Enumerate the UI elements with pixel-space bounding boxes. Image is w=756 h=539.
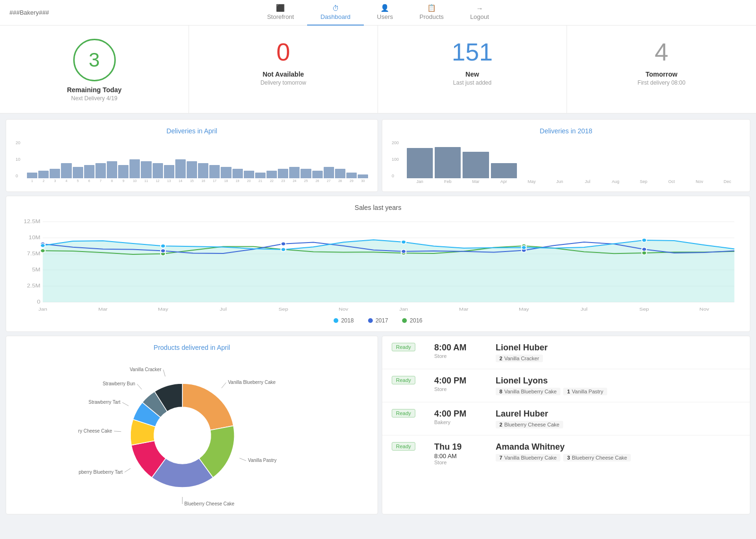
- svg-text:Jan: Jan: [399, 307, 408, 312]
- stat-new: 151 New Last just added: [378, 26, 567, 113]
- svg-point-29: [642, 238, 646, 242]
- nav-storefront[interactable]: ⬛ Storefront: [254, 0, 307, 26]
- svg-text:12.5M: 12.5M: [24, 219, 41, 224]
- svg-text:May: May: [519, 307, 530, 312]
- legend-2017: 2017: [368, 317, 388, 324]
- delivery-time: 4:00 PM: [434, 409, 491, 419]
- logout-icon: →: [476, 4, 483, 12]
- stat-tomorrow: 4 Tomorrow First delivery 08:00: [567, 26, 756, 113]
- users-icon: 👤: [380, 4, 389, 12]
- delivery-status: Ready: [392, 343, 430, 351]
- stat-value-new: 151: [452, 39, 493, 66]
- product-name: Vanilla Pastry: [572, 389, 603, 394]
- product-count: 7: [499, 455, 502, 461]
- svg-text:2.5M: 2.5M: [27, 283, 40, 288]
- svg-text:Jul: Jul: [220, 307, 227, 312]
- donut-container: Vanilla Blueberry CakeVanilla PastryBlue…: [14, 355, 370, 506]
- stat-value-tomorrow: 4: [655, 39, 669, 66]
- nav-dashboard[interactable]: ⏱ Dashboard: [307, 0, 364, 26]
- svg-text:Jul: Jul: [581, 307, 588, 312]
- product-badge: 2 Blueberry Cheese Cake: [496, 421, 563, 428]
- delivery-time: 8:00 AM: [434, 343, 491, 353]
- stats-row: 3 Remaining Today Next Delivery 4/19 0 N…: [0, 26, 756, 113]
- ready-badge: Ready: [392, 442, 415, 451]
- delivery-time: 4:00 PM: [434, 376, 491, 386]
- svg-text:Blueberry Cheese Cake: Blueberry Cheese Cake: [184, 501, 235, 506]
- svg-point-26: [281, 248, 286, 252]
- svg-line-52: [122, 402, 129, 406]
- ready-badge: Ready: [392, 409, 415, 417]
- delivery-time-block: 8:00 AM Store: [434, 343, 491, 359]
- sales-svg: 12.5M10M7.5M5M2.5M0JanMarMayJulSepNovJan…: [16, 217, 740, 312]
- product-count: 3: [567, 455, 570, 461]
- delivery-products: 8 Vanilla Blueberry Cake 1 Vanilla Pastr…: [496, 388, 740, 395]
- delivery-info: Lionel Huber 2 Vanilla Cracker: [496, 343, 740, 362]
- nav-logout[interactable]: → Logout: [457, 0, 502, 26]
- april-bar-chart: 2010012345678910111213141516171819202122…: [16, 140, 368, 183]
- svg-point-19: [161, 249, 165, 252]
- delivery-item: Ready 4:00 PM Store Lionel Lyons 8 Vanil…: [382, 369, 750, 402]
- svg-point-23: [642, 247, 646, 251]
- svg-text:Nov: Nov: [699, 307, 709, 312]
- svg-point-20: [281, 242, 286, 246]
- delivery-time-block: Thu 198:00 AM Store: [434, 442, 491, 465]
- svg-text:Vanilla Blueberry Cake: Vanilla Blueberry Cake: [228, 380, 275, 385]
- product-badge: 1 Vanilla Pastry: [563, 388, 607, 395]
- delivery-products: 2 Blueberry Cheese Cake: [496, 421, 740, 428]
- product-name: Vanilla Blueberry Cake: [504, 455, 557, 461]
- svg-text:Strawberry Tart: Strawberry Tart: [88, 400, 120, 405]
- product-badge: 3 Blueberry Cheese Cake: [563, 454, 631, 461]
- ready-badge: Ready: [392, 376, 415, 384]
- delivery-item: Ready 8:00 AM Store Lionel Huber 2 Vanil…: [382, 336, 750, 369]
- svg-line-54: [137, 384, 142, 389]
- product-name: Vanilla Cracker: [504, 356, 539, 361]
- svg-point-28: [522, 246, 526, 250]
- stat-value-remaining: 3: [73, 39, 116, 81]
- legend-label-2016: 2016: [410, 317, 422, 324]
- stat-label-not-available: Not Available: [263, 70, 304, 78]
- main-nav: ⬛ Storefront ⏱ Dashboard 👤 Users 📋 Produ…: [254, 0, 502, 26]
- nav-products[interactable]: 📋 Products: [406, 0, 457, 26]
- svg-text:Vanilla Cracker: Vanilla Cracker: [129, 367, 162, 372]
- stat-value-not-available: 0: [276, 39, 290, 66]
- stat-sub-new: Last just added: [453, 79, 491, 86]
- svg-point-21: [401, 250, 406, 253]
- products-icon: 📋: [427, 4, 436, 12]
- delivery-info: Lionel Lyons 8 Vanilla Blueberry Cake 1 …: [496, 376, 740, 395]
- svg-point-24: [40, 243, 45, 247]
- stat-sub-not-available: Delivery tomorrow: [260, 79, 306, 86]
- svg-text:Jan: Jan: [38, 307, 47, 312]
- delivery-status: Ready: [392, 442, 430, 451]
- sales-chart-title: Sales last years: [16, 204, 740, 211]
- svg-line-42: [222, 383, 226, 388]
- delivery-type: Store: [434, 353, 491, 359]
- legend-label-2017: 2017: [376, 317, 388, 324]
- delivery-info: Amanda Whitney 7 Vanilla Blueberry Cake …: [496, 442, 740, 461]
- delivery-type: Bakery: [434, 419, 491, 425]
- svg-text:0: 0: [37, 299, 40, 304]
- legend-dot-2017: [368, 318, 373, 323]
- delivery-item: Ready 4:00 PM Bakery Laurel Huber 2 Blue…: [382, 402, 750, 435]
- svg-point-12: [40, 249, 45, 252]
- stat-label-tomorrow: Tomorrow: [645, 70, 677, 78]
- brand-name: ###Bakery###: [9, 9, 49, 16]
- delivery-time: Thu 19: [434, 442, 491, 452]
- product-count: 1: [567, 389, 570, 394]
- product-count: 8: [499, 389, 502, 394]
- svg-text:Strawberry Bun: Strawberry Bun: [103, 381, 135, 386]
- sales-chart-area: 12.5M10M7.5M5M2.5M0JanMarMayJulSepNovJan…: [16, 217, 740, 312]
- donut-card: Products delivered in April Vanilla Blue…: [6, 336, 378, 514]
- storefront-icon: ⬛: [276, 4, 285, 12]
- delivery-products: 7 Vanilla Blueberry Cake 3 Blueberry Che…: [496, 454, 740, 461]
- svg-text:Nov: Nov: [339, 307, 349, 312]
- donut-title: Products delivered in April: [14, 344, 370, 351]
- svg-text:Sep: Sep: [639, 307, 649, 312]
- nav-users[interactable]: 👤 Users: [364, 0, 406, 26]
- svg-text:Vanilla Pastry: Vanilla Pastry: [248, 458, 276, 463]
- svg-point-17: [642, 251, 646, 255]
- delivery-type: Store: [434, 460, 491, 465]
- delivery-name: Laurel Huber: [496, 409, 740, 419]
- april-chart-card: Deliveries in April 20100123456789101112…: [6, 119, 378, 192]
- svg-point-25: [161, 244, 165, 248]
- delivery-status: Ready: [392, 409, 430, 417]
